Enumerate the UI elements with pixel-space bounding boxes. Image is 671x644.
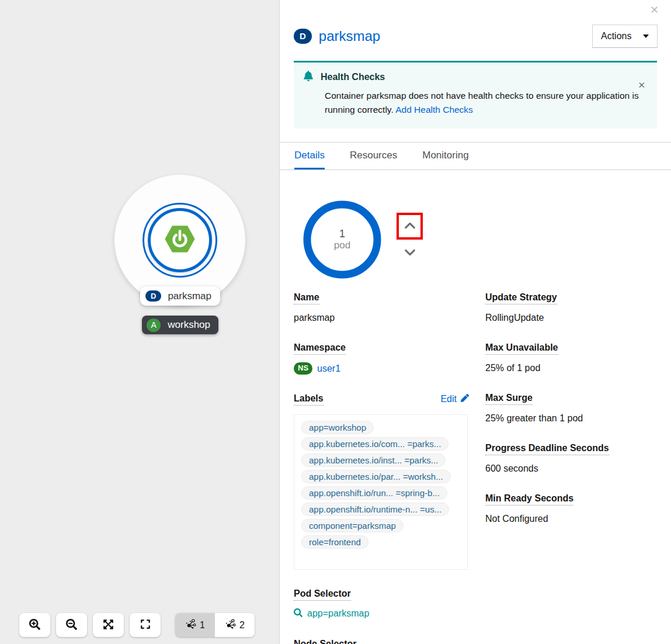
search-icon xyxy=(294,608,303,619)
panel-tabs: Details Resources Monitoring xyxy=(280,142,671,170)
deployment-badge: D xyxy=(294,29,312,44)
panel-header: D parksmap Actions xyxy=(294,25,658,48)
resource-name-link[interactable]: parksmap xyxy=(319,28,380,44)
zoom-in-icon xyxy=(29,619,40,632)
label-chip[interactable]: app.kubernetes.io/inst... =parks... xyxy=(301,453,446,467)
namespace-label: Namespace xyxy=(294,343,346,355)
caret-down-icon xyxy=(643,34,649,38)
namespace-link[interactable]: user1 xyxy=(317,363,340,374)
namespace-field: Namespace NS user1 xyxy=(294,342,469,375)
workload-node-parksmap[interactable] xyxy=(148,208,212,272)
pod-unit: pod xyxy=(334,240,350,251)
application-badge: A xyxy=(147,318,161,332)
progress-deadline-value: 600 seconds xyxy=(485,463,660,474)
max-surge-value: 25% greater than 1 pod xyxy=(485,413,660,424)
namespace-badge: NS xyxy=(294,362,312,375)
max-surge-label: Max Surge xyxy=(485,393,533,405)
max-unavailable-value: 25% of 1 pod xyxy=(485,362,660,373)
alert-body: Container parksmap does not have health … xyxy=(325,89,643,117)
zoom-out-button[interactable] xyxy=(56,613,87,637)
deployment-badge: D xyxy=(145,290,161,302)
alert-title: Health Checks xyxy=(321,72,385,82)
bell-icon xyxy=(303,71,314,84)
label-chip[interactable]: app.kubernetes.io/com... =parks... xyxy=(301,437,449,451)
tab-monitoring[interactable]: Monitoring xyxy=(422,143,468,169)
label-chip[interactable]: role=frontend xyxy=(301,535,368,549)
layout-1-button[interactable]: 1 xyxy=(175,613,215,637)
scale-down-button[interactable] xyxy=(399,245,421,261)
min-ready-value: Not Configured xyxy=(485,513,660,524)
expand-arrows-icon xyxy=(103,619,114,632)
labels-edit-button[interactable]: Edit xyxy=(440,394,469,404)
edit-label: Edit xyxy=(440,394,457,404)
topology-layout-icon xyxy=(225,618,236,632)
application-group-label-workshop[interactable]: A workshop xyxy=(142,316,218,334)
node-selector-field: Node Selector xyxy=(294,639,469,644)
max-unavailable-field: Max Unavailable 25% of 1 pod xyxy=(485,342,660,373)
label-chip[interactable]: app=workshop xyxy=(301,421,374,434)
labels-box: app=workshop app.kubernetes.io/com... =p… xyxy=(294,414,468,570)
layout-1-label: 1 xyxy=(200,620,205,631)
update-strategy-value: RollingUpdate xyxy=(485,312,660,323)
label-chip[interactable]: app.openshift.io/run... =spring-b... xyxy=(301,486,447,500)
name-value: parksmap xyxy=(294,312,469,323)
zoom-in-button[interactable] xyxy=(19,613,50,637)
pod-count: 1 xyxy=(339,228,345,240)
update-strategy-field: Update Strategy RollingUpdate xyxy=(485,292,660,323)
name-field: Name parksmap xyxy=(294,292,469,323)
name-label: Name xyxy=(294,293,319,304)
pod-count-donut[interactable]: 1 pod xyxy=(303,200,381,279)
health-checks-alert: Health Checks ✕ Container parksmap does … xyxy=(294,61,657,129)
panel-close-icon[interactable]: ✕ xyxy=(650,5,659,15)
scale-up-highlight-box xyxy=(397,213,423,240)
screen: D parksmap A workshop xyxy=(0,0,671,644)
pod-selector-link[interactable]: app=parksmap xyxy=(307,608,369,619)
tab-details[interactable]: Details xyxy=(294,143,325,169)
resource-title: D parksmap xyxy=(294,28,380,44)
chevron-down-icon xyxy=(404,247,416,259)
details-column-left: Name parksmap Namespace NS user1 Labels … xyxy=(294,292,469,644)
details-column-right: Update Strategy RollingUpdate Max Unavai… xyxy=(485,292,660,543)
spring-boot-icon xyxy=(163,222,197,258)
min-ready-field: Min Ready Seconds Not Configured xyxy=(485,493,660,524)
actions-label: Actions xyxy=(601,31,631,41)
node-label-parksmap[interactable]: D parksmap xyxy=(140,286,220,306)
tab-resources[interactable]: Resources xyxy=(350,143,397,169)
actions-dropdown-button[interactable]: Actions xyxy=(592,25,658,48)
topology-control-bar: 1 2 xyxy=(19,613,255,637)
pencil-icon xyxy=(461,394,469,404)
max-unavailable-label: Max Unavailable xyxy=(485,343,558,355)
fit-to-screen-button[interactable] xyxy=(93,613,124,637)
layout-toggle-group: 1 2 xyxy=(175,613,255,637)
application-label-text: workshop xyxy=(168,319,210,331)
labels-field: Labels Edit app=workshop app.kubernetes.… xyxy=(294,394,469,570)
topology-canvas[interactable]: D parksmap A workshop xyxy=(0,0,279,644)
labels-label: Labels xyxy=(294,394,324,406)
chevron-up-icon xyxy=(404,220,416,233)
pod-selector-field: Pod Selector app=parksmap xyxy=(294,588,469,619)
topology-layout-icon xyxy=(185,618,196,632)
min-ready-label: Min Ready Seconds xyxy=(485,494,573,505)
update-strategy-label: Update Strategy xyxy=(485,293,557,304)
progress-deadline-label: Progress Deadline Seconds xyxy=(485,444,609,455)
label-chip[interactable]: app.openshift.io/runtime-n... =us... xyxy=(301,503,449,516)
label-chip[interactable]: component=parksmap xyxy=(301,519,404,532)
reset-view-button[interactable] xyxy=(130,613,161,637)
layout-2-label: 2 xyxy=(239,620,245,631)
scale-up-button[interactable] xyxy=(404,220,416,233)
layout-2-button[interactable]: 2 xyxy=(215,613,255,637)
resource-side-panel: ✕ D parksmap Actions Health Checks ✕ Con… xyxy=(279,0,671,644)
progress-deadline-field: Progress Deadline Seconds 600 seconds xyxy=(485,443,660,474)
add-health-checks-link[interactable]: Add Health Checks xyxy=(395,105,473,115)
alert-close-icon[interactable]: ✕ xyxy=(638,80,645,91)
pod-donut-text: 1 pod xyxy=(303,200,381,279)
zoom-out-icon xyxy=(66,619,77,632)
pod-selector-label: Pod Selector xyxy=(294,589,351,601)
node-selector-label: Node Selector xyxy=(294,639,357,644)
label-chip[interactable]: app.kubernetes.io/par... =worksh... xyxy=(301,470,451,483)
node-label-text: parksmap xyxy=(168,290,211,302)
fullscreen-brackets-icon xyxy=(140,619,151,631)
max-surge-field: Max Surge 25% greater than 1 pod xyxy=(485,393,660,424)
